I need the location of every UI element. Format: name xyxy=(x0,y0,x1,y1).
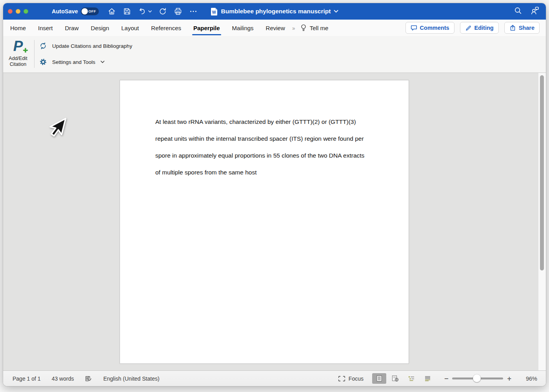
document-line: spore in approximately equal proportions… xyxy=(155,147,393,164)
outline-view-icon xyxy=(408,376,415,381)
vertical-scrollbar-thumb[interactable] xyxy=(540,75,544,270)
title-chevron-down-icon[interactable] xyxy=(334,10,338,13)
tell-me-control[interactable]: Tell me xyxy=(300,24,329,32)
redo-icon[interactable] xyxy=(158,7,167,16)
editing-label: Editing xyxy=(474,25,494,31)
web-layout-view-button[interactable] xyxy=(388,373,403,384)
settings-and-tools-button[interactable]: Settings and Tools xyxy=(39,58,105,66)
autosave-label: AutoSave xyxy=(52,8,78,15)
tab-home[interactable]: Home xyxy=(10,25,26,31)
tab-overflow-icon[interactable]: ›› xyxy=(292,25,294,31)
proofing-status-icon[interactable] xyxy=(85,375,92,382)
zoom-in-button[interactable]: + xyxy=(507,376,511,381)
autosave-control[interactable]: AutoSave OFF xyxy=(52,7,99,15)
draft-view-button[interactable] xyxy=(420,374,435,383)
editing-button[interactable]: Editing xyxy=(460,22,499,34)
sync-refresh-icon xyxy=(39,42,47,50)
update-citations-button[interactable]: Update Citations and Bibliography xyxy=(39,42,132,50)
zoom-out-button[interactable]: − xyxy=(444,376,449,381)
add-edit-citation-button[interactable]: P + Add/Edit Citation xyxy=(3,38,33,67)
lightbulb-icon xyxy=(300,24,307,32)
zoom-percentage[interactable]: 96% xyxy=(522,376,537,382)
comments-button[interactable]: Comments xyxy=(405,22,454,34)
tab-design[interactable]: Design xyxy=(91,25,109,31)
print-icon[interactable] xyxy=(174,7,182,16)
more-options-icon[interactable] xyxy=(189,7,198,16)
close-button[interactable] xyxy=(8,9,13,14)
share-button[interactable]: Share xyxy=(504,22,540,34)
draft-view-icon xyxy=(424,376,431,381)
language-status[interactable]: English (United States) xyxy=(103,376,159,382)
document-paragraph: At least two rRNA variants, characterize… xyxy=(155,113,393,181)
status-bar: Page 1 of 1 43 words English (United Sta… xyxy=(3,370,546,386)
focus-mode-button[interactable]: Focus xyxy=(338,376,364,382)
search-icon[interactable] xyxy=(514,6,522,16)
vertical-scrollbar[interactable] xyxy=(538,73,546,370)
pencil-icon xyxy=(465,25,472,31)
word-document-icon: W xyxy=(211,7,218,16)
zoom-slider-knob[interactable] xyxy=(473,374,481,382)
print-layout-icon xyxy=(376,375,382,382)
mouse-cursor xyxy=(46,114,67,142)
outline-view-button[interactable] xyxy=(404,374,419,383)
autosave-toggle[interactable]: OFF xyxy=(81,7,99,15)
tab-mailings[interactable]: Mailings xyxy=(232,25,254,31)
tab-references[interactable]: References xyxy=(151,25,181,31)
tab-layout[interactable]: Layout xyxy=(121,25,139,31)
web-layout-icon xyxy=(392,375,399,382)
ribbon-group-divider xyxy=(34,40,35,68)
autosave-toggle-knob xyxy=(82,8,88,15)
settings-and-tools-label: Settings and Tools xyxy=(52,59,95,65)
document-page[interactable]: At least two rRNA variants, characterize… xyxy=(120,80,409,364)
add-edit-citation-label-line2: Citation xyxy=(3,62,33,67)
tab-review[interactable]: Review xyxy=(266,25,285,31)
settings-chevron-down-icon xyxy=(100,60,105,64)
add-edit-citation-label-line1: Add/Edit xyxy=(3,56,33,62)
update-citations-label: Update Citations and Bibliography xyxy=(52,43,132,49)
paperpile-ribbon: P + Add/Edit Citation Update Citations a… xyxy=(3,36,546,73)
gear-icon xyxy=(39,58,47,66)
minimize-button[interactable] xyxy=(16,9,20,14)
tab-insert[interactable]: Insert xyxy=(38,25,53,31)
document-line: repeat units within the internal transcr… xyxy=(155,130,393,147)
document-line: of multiple spores from the same host xyxy=(155,164,393,181)
page-count[interactable]: Page 1 of 1 xyxy=(13,376,41,382)
title-bar: AutoSave OFF xyxy=(3,3,546,20)
document-line: At least two rRNA variants, characterize… xyxy=(155,113,393,130)
print-layout-view-button[interactable] xyxy=(372,373,386,384)
comment-icon xyxy=(411,25,417,31)
tab-paperpile[interactable]: Paperpile xyxy=(193,25,220,31)
comments-label: Comments xyxy=(420,25,449,31)
zoom-slider[interactable] xyxy=(452,377,503,379)
focus-icon xyxy=(338,376,345,382)
undo-icon[interactable] xyxy=(138,7,152,16)
window-controls xyxy=(8,9,28,14)
share-icon xyxy=(509,25,516,31)
svg-text:W: W xyxy=(212,9,216,14)
autosave-state-label: OFF xyxy=(88,9,96,13)
tab-draw[interactable]: Draw xyxy=(65,25,79,31)
document-canvas: At least two rRNA variants, characterize… xyxy=(3,73,546,370)
presence-people-icon[interactable] xyxy=(530,6,540,16)
document-title[interactable]: Bumblebee phylogenetics manuscript xyxy=(221,8,331,15)
undo-chevron-icon xyxy=(148,10,152,13)
home-icon[interactable] xyxy=(107,7,116,16)
ribbon-tab-row: Home Insert Draw Design Layout Reference… xyxy=(3,20,546,36)
share-label: Share xyxy=(519,25,534,31)
focus-label: Focus xyxy=(349,376,364,382)
word-window: AutoSave OFF xyxy=(3,3,546,386)
tell-me-label: Tell me xyxy=(310,25,329,31)
maximize-button[interactable] xyxy=(24,9,28,14)
save-icon[interactable] xyxy=(123,7,131,16)
paperpile-logo-icon: P + xyxy=(13,38,23,55)
word-count[interactable]: 43 words xyxy=(52,376,74,382)
